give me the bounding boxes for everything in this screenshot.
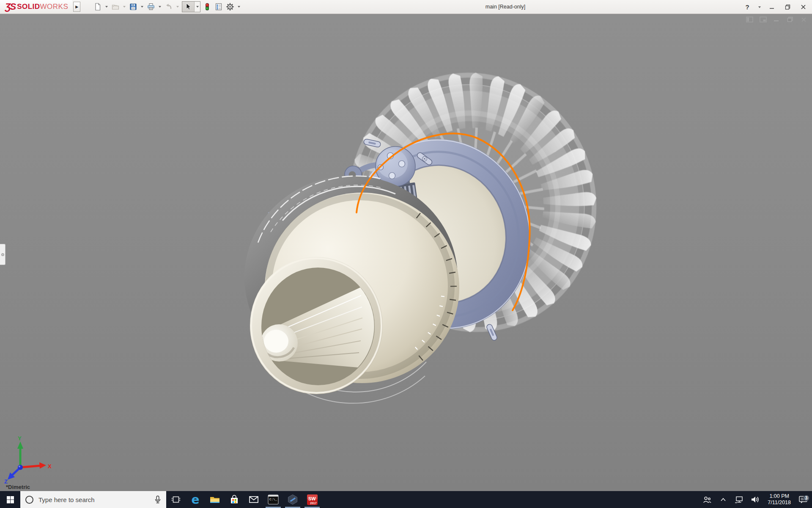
- help-button[interactable]: ?: [741, 2, 754, 13]
- undo-button[interactable]: [163, 1, 174, 12]
- store-icon: [229, 494, 239, 505]
- file-properties-button[interactable]: [213, 1, 224, 12]
- restore-button[interactable]: [781, 2, 794, 13]
- save-icon: [129, 3, 137, 11]
- select-tool-group: [182, 1, 200, 12]
- restore-icon: [785, 4, 790, 10]
- viewport-window-controls: [745, 16, 808, 23]
- solidworks-2017-icon: SW 2017: [307, 494, 318, 505]
- graphics-viewport[interactable]: Y X Z *Dimetric: [0, 14, 812, 491]
- sw-icon-letters: SW: [308, 496, 316, 501]
- minimize-button[interactable]: [765, 2, 778, 13]
- action-center-button[interactable]: 3: [796, 495, 810, 504]
- view-orientation-label: *Dimetric: [6, 484, 30, 490]
- command-prompt-icon: C:\_: [268, 494, 279, 505]
- titlebar: ƷS SOLID WORKS ▶: [0, 0, 812, 14]
- system-tray: 1:00 PM 7/11/2018 3: [700, 491, 812, 508]
- print-icon: [147, 3, 155, 11]
- clock-date: 7/11/2018: [768, 500, 791, 506]
- file-properties-icon: [214, 3, 223, 11]
- open-icon: [111, 3, 120, 11]
- undo-dropdown-caret[interactable]: [176, 6, 179, 8]
- select-tool-button[interactable]: [182, 2, 194, 12]
- reference-triad[interactable]: Y X Z: [3, 434, 58, 484]
- new-document-button[interactable]: [92, 1, 103, 12]
- task-view-icon: [172, 496, 180, 503]
- solidworks-logo-glyph: ƷS: [5, 1, 15, 12]
- volume-icon: [751, 496, 760, 503]
- pane-bottom-icon[interactable]: [759, 16, 767, 23]
- viewport-minimize-button[interactable]: [772, 16, 781, 23]
- rebuild-traffic-light-icon: [203, 3, 211, 11]
- hexagon-app-icon: [287, 494, 298, 505]
- print-dropdown-caret[interactable]: [159, 6, 161, 8]
- new-dropdown-caret[interactable]: [105, 6, 108, 8]
- open-dropdown-caret[interactable]: [123, 6, 126, 8]
- new-document-icon: [93, 3, 102, 11]
- panel-tab-handle-icon: [1, 253, 4, 256]
- document-title: main [Read-only]: [463, 4, 548, 10]
- viewport-restore-button[interactable]: [786, 16, 794, 23]
- triad-x-label: X: [48, 463, 52, 469]
- logo-text-bold: SOLID: [17, 3, 40, 11]
- taskbar-item-mail[interactable]: [244, 491, 263, 508]
- help-dropdown-caret[interactable]: [758, 6, 761, 8]
- feature-panel-tab[interactable]: [0, 244, 5, 265]
- cortana-icon: [25, 496, 33, 504]
- hidden-icons-button[interactable]: [716, 497, 730, 502]
- network-button[interactable]: [732, 496, 746, 503]
- cmd-prompt-text: C:\_: [269, 498, 277, 501]
- minimize-icon: [769, 5, 774, 10]
- window-controls: ?: [741, 0, 809, 14]
- clock-time: 1:00 PM: [768, 493, 791, 500]
- logo-text-light: WORKS: [40, 3, 69, 11]
- open-button[interactable]: [110, 1, 121, 12]
- triad-y-label: Y: [18, 435, 22, 442]
- print-button[interactable]: [145, 1, 156, 12]
- triad-z-label: Z: [4, 478, 8, 484]
- taskbar-item-edge[interactable]: e: [186, 491, 205, 508]
- select-dropdown-caret[interactable]: [194, 2, 200, 12]
- menu-expand-button[interactable]: ▶: [73, 2, 80, 12]
- taskbar-item-solidworks[interactable]: SW 2017: [302, 491, 322, 508]
- volume-button[interactable]: [748, 496, 763, 503]
- search-placeholder: Type here to search: [38, 496, 149, 503]
- close-button[interactable]: [797, 2, 809, 13]
- solidworks-logo: ƷS SOLID WORKS: [0, 0, 72, 14]
- options-button[interactable]: [225, 1, 236, 12]
- taskbar-clock[interactable]: 1:00 PM 7/11/2018: [764, 493, 794, 506]
- rebuild-button[interactable]: [202, 1, 213, 12]
- toolbar: [92, 1, 242, 12]
- taskbar-item-file-explorer[interactable]: [205, 491, 225, 508]
- people-icon: [702, 496, 712, 503]
- edge-icon: e: [192, 493, 200, 507]
- viewport-close-button[interactable]: [799, 16, 808, 23]
- chevron-up-icon: [720, 497, 726, 502]
- microphone-icon[interactable]: [154, 495, 161, 504]
- pane-left-icon[interactable]: [745, 16, 754, 23]
- options-dropdown-caret[interactable]: [238, 6, 240, 8]
- select-arrow-icon: [185, 3, 192, 11]
- network-icon: [735, 496, 744, 503]
- people-button[interactable]: [700, 496, 714, 503]
- start-button[interactable]: [0, 491, 20, 508]
- engine-model[interactable]: [0, 14, 812, 491]
- sw-icon-year: 2017: [310, 502, 317, 505]
- mail-icon: [249, 495, 259, 504]
- taskbar: Type here to search e: [0, 491, 812, 508]
- taskbar-item-command-prompt[interactable]: C:\_: [263, 491, 283, 508]
- undo-icon: [165, 3, 173, 11]
- task-view-button[interactable]: [166, 491, 186, 508]
- save-button[interactable]: [128, 1, 139, 12]
- windows-logo-icon: [7, 496, 14, 503]
- taskbar-search[interactable]: Type here to search: [20, 491, 166, 508]
- notification-badge: 3: [803, 495, 809, 501]
- options-gear-icon: [226, 3, 234, 11]
- taskbar-item-hexagon-app[interactable]: [283, 491, 302, 508]
- file-explorer-icon: [209, 494, 220, 505]
- save-dropdown-caret[interactable]: [141, 6, 143, 8]
- taskbar-item-store[interactable]: [225, 491, 244, 508]
- close-icon: [801, 4, 806, 10]
